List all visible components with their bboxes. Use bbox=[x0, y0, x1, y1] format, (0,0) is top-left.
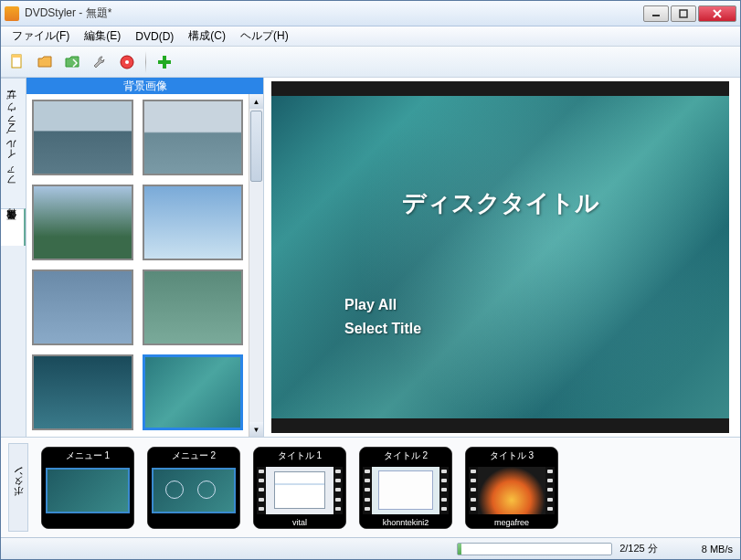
timeline-item-label: メニュー 1 bbox=[42, 448, 133, 464]
film-sprocket-icon bbox=[257, 467, 266, 514]
menu-select-title[interactable]: Select Title bbox=[344, 321, 421, 337]
menu-canvas[interactable]: ディスクタイトル Play All Select Title bbox=[271, 96, 729, 418]
bg-thumb-selected[interactable] bbox=[143, 354, 244, 430]
center-split: 背景画像 bbox=[26, 78, 740, 437]
menu-help[interactable]: ヘルプ(H) bbox=[233, 26, 296, 46]
preview-frame[interactable]: ディスクタイトル Play All Select Title bbox=[271, 81, 729, 433]
scroll-up-icon[interactable]: ▲ bbox=[249, 94, 263, 109]
titlebar[interactable]: DVDStyler - 無題* bbox=[1, 1, 740, 26]
scroll-track[interactable] bbox=[249, 109, 263, 422]
timeline-item-label: メニュー 2 bbox=[148, 448, 239, 464]
app-icon bbox=[5, 6, 19, 21]
bg-thumb[interactable] bbox=[32, 269, 133, 345]
data-rate-text: 8 MB/s bbox=[702, 544, 733, 555]
svg-rect-1 bbox=[680, 10, 687, 17]
plus-icon[interactable] bbox=[153, 51, 175, 73]
menu-dvd[interactable]: DVD(D) bbox=[128, 28, 181, 45]
svg-rect-5 bbox=[12, 55, 21, 58]
film-sprocket-icon bbox=[545, 467, 555, 514]
side-tab-buttons[interactable]: ボタン bbox=[8, 443, 28, 532]
content-area: ファイルブラウザー 背景画像 背景画像 bbox=[1, 78, 740, 437]
film-sprocket-icon bbox=[439, 467, 449, 514]
burn-disc-icon[interactable] bbox=[116, 51, 138, 73]
timeline-menu-1[interactable]: メニュー 1 bbox=[41, 447, 134, 529]
scrollbar[interactable]: ▲ ▼ bbox=[249, 94, 263, 437]
timeline: ボタン メニュー 1 メニュー 2 タイトル 1 vital タイトル 2 bbox=[1, 437, 740, 537]
menu-config[interactable]: 構成(C) bbox=[181, 26, 233, 46]
film-sprocket-icon bbox=[363, 467, 372, 514]
background-thumbnail-grid bbox=[26, 94, 249, 437]
new-document-icon[interactable] bbox=[6, 51, 28, 73]
disc-usage-bar bbox=[457, 543, 612, 555]
letterbox-bottom bbox=[271, 418, 729, 433]
open-folder-icon[interactable] bbox=[34, 51, 56, 73]
timeline-title-2[interactable]: タイトル 2 khonntekini2 bbox=[359, 447, 452, 529]
menu-edit[interactable]: 編集(E) bbox=[77, 26, 128, 46]
app-window: DVDStyler - 無題* ファイル(F) 編集(E) DVD(D) 構成(… bbox=[0, 0, 741, 560]
timeline-item-label: タイトル 2 bbox=[360, 448, 451, 464]
timeline-item-footer: vital bbox=[254, 517, 345, 528]
toolbar bbox=[1, 47, 740, 78]
timeline-thumb bbox=[152, 468, 236, 513]
timeline-item-label: タイトル 3 bbox=[466, 448, 557, 464]
timeline-thumb bbox=[266, 467, 333, 514]
menu-play-all[interactable]: Play All bbox=[344, 297, 421, 313]
disc-title-text[interactable]: ディスクタイトル bbox=[271, 187, 729, 219]
bg-thumb[interactable] bbox=[32, 185, 133, 260]
background-panel-header: 背景画像 bbox=[26, 78, 263, 94]
maximize-button[interactable] bbox=[671, 5, 696, 22]
timeline-item-label: タイトル 1 bbox=[254, 448, 345, 464]
menubar: ファイル(F) 編集(E) DVD(D) 構成(C) ヘルプ(H) bbox=[1, 26, 740, 47]
upper-pane: 背景画像 bbox=[26, 78, 740, 437]
toolbar-separator bbox=[145, 51, 146, 73]
save-icon[interactable] bbox=[61, 51, 83, 73]
timeline-item-footer: megafree bbox=[466, 517, 557, 528]
menu-options: Play All Select Title bbox=[344, 297, 421, 344]
timeline-title-1[interactable]: タイトル 1 vital bbox=[253, 447, 346, 529]
disc-usage-fill bbox=[458, 544, 460, 555]
letterbox-top bbox=[271, 81, 729, 96]
preview-pane: ディスクタイトル Play All Select Title bbox=[264, 78, 740, 437]
minimize-button[interactable] bbox=[643, 5, 669, 22]
statusbar: 2/125 分 8 MB/s bbox=[1, 537, 740, 559]
film-sprocket-icon bbox=[469, 467, 478, 514]
bg-thumb[interactable] bbox=[32, 100, 133, 175]
scroll-down-icon[interactable]: ▼ bbox=[249, 422, 263, 437]
scroll-thumb[interactable] bbox=[250, 111, 262, 182]
window-controls bbox=[643, 5, 736, 22]
window-title: DVDStyler - 無題* bbox=[25, 5, 643, 21]
menu-file[interactable]: ファイル(F) bbox=[5, 26, 77, 46]
bg-thumb[interactable] bbox=[143, 100, 244, 175]
side-tab-file-browser[interactable]: ファイルブラウザー bbox=[1, 78, 26, 208]
bg-thumb[interactable] bbox=[32, 354, 133, 430]
close-button[interactable] bbox=[698, 5, 736, 22]
bg-thumb[interactable] bbox=[143, 185, 244, 260]
timeline-thumb bbox=[46, 468, 130, 513]
timeline-menu-2[interactable]: メニュー 2 bbox=[147, 447, 240, 529]
bg-thumb[interactable] bbox=[143, 269, 244, 345]
timeline-item-footer bbox=[148, 517, 239, 528]
timeline-title-3[interactable]: タイトル 3 megafree bbox=[465, 447, 558, 529]
duration-text: 2/125 分 bbox=[619, 542, 658, 555]
timeline-thumb bbox=[372, 467, 439, 514]
wrench-icon[interactable] bbox=[89, 51, 111, 73]
timeline-thumb bbox=[478, 467, 545, 514]
svg-point-7 bbox=[125, 60, 129, 64]
film-sprocket-icon bbox=[333, 467, 343, 514]
background-panel: 背景画像 bbox=[26, 78, 264, 437]
side-tab-strip: ファイルブラウザー 背景画像 bbox=[1, 78, 26, 437]
timeline-item-footer: khonntekini2 bbox=[360, 517, 451, 528]
side-tab-background-images[interactable]: 背景画像 bbox=[1, 208, 26, 246]
timeline-item-footer bbox=[42, 517, 133, 528]
